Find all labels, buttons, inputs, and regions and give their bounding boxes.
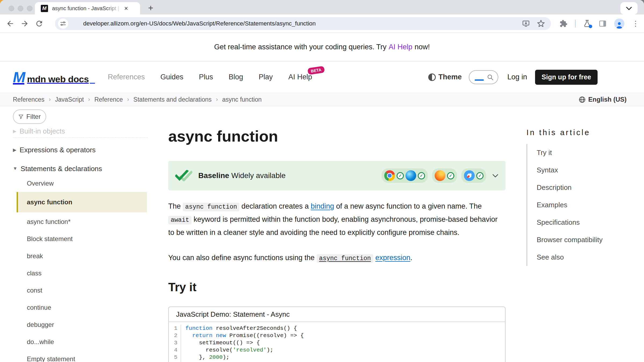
toc-link-try-it[interactable]: Try it [537,149,552,157]
chevron-down-icon [626,7,632,10]
edge-icon [405,170,416,181]
demo-title: JavaScript Demo: Statement - Async [169,307,505,322]
window-zoom-button[interactable] [27,6,32,11]
sidebar-item-continue[interactable]: continue [13,302,148,313]
toc-heading: In this article [526,128,639,137]
theme-toggle-button[interactable]: Theme [428,73,462,81]
table-of-contents: In this article Try it Syntax Descriptio… [526,106,639,266]
bookmark-button[interactable] [537,20,545,28]
url-text: developer.allizom.org/en-US/docs/Web/Jav… [83,20,316,27]
nav-references[interactable]: References [108,73,145,81]
sidebar-item-debugger[interactable]: debugger [13,319,148,330]
promo-text: now! [415,43,430,51]
breadcrumb-item[interactable]: References [13,96,45,103]
profile-avatar[interactable] [614,19,624,29]
toc-link-see-also[interactable]: See also [537,253,564,261]
article-main: async function Baseline Widely available… [168,106,506,362]
extensions-button[interactable] [559,20,568,28]
nav-guides[interactable]: Guides [160,73,184,81]
sidebar-item-async-function-star[interactable]: async function* [13,216,148,227]
forward-button[interactable] [20,19,29,28]
chrome-edge-support-pill: ✓ ✓ [382,168,428,183]
supported-check-icon: ✓ [397,172,404,179]
sidebar-item-block-statement[interactable]: Block statement [13,234,148,244]
mdn-favicon: M [41,5,48,12]
browser-toolbar: developer.allizom.org/en-US/docs/Web/Jav… [0,14,644,33]
promo-banner: Get real-time assistance with your codin… [0,33,644,61]
breadcrumb: References › JavaScript › Reference › St… [13,96,262,103]
sidebar-section-statements-declarations[interactable]: ▼ Statements & declarations [13,164,148,174]
chrome-icon [384,170,395,181]
expanded-triangle-icon: ▼ [13,166,17,171]
tab-close-icon[interactable]: ✕ [124,5,128,12]
mdn-logo[interactable]: M mdn web docs _ [13,70,95,85]
sidebar-item-const[interactable]: const [13,285,148,296]
browser-menu-button[interactable]: ⋮ [632,19,639,28]
window-close-button[interactable] [9,6,14,11]
signup-button[interactable]: Sign up for free [535,70,598,85]
supported-check-icon: ✓ [447,172,454,179]
nav-play[interactable]: Play [259,73,273,81]
baseline-expand-button[interactable] [492,174,499,178]
search-caret [475,79,484,81]
sidebar-section-expressions-operators[interactable]: ▶ Expressions & operators [13,145,148,155]
window-minimize-button[interactable] [18,6,23,11]
tab-search-button[interactable] [620,2,638,14]
safari-support-pill: ✓ [461,168,486,183]
browser-support-icons: ✓ ✓ ✓ ✓ [382,168,499,183]
search-input[interactable] [469,70,498,84]
toc-link-syntax[interactable]: Syntax [537,166,558,174]
nav-plus[interactable]: Plus [199,73,213,81]
sidebar-item-class[interactable]: class [13,268,148,279]
chrome-labs-button[interactable] [583,20,591,28]
back-button[interactable] [6,19,14,28]
ai-help-banner-link[interactable]: AI Help [389,43,412,51]
demo-code[interactable]: 1function resolveAfter2Seconds() {2 retu… [169,322,505,362]
back-arrow-icon [6,19,14,28]
sidebar-item-async-function[interactable]: async function [17,192,147,212]
search-icon [486,73,494,81]
toolbar-separator [575,20,576,28]
sidebar-item-overview[interactable]: Overview [13,178,148,189]
install-icon [522,20,530,28]
browser-tab[interactable]: M async function - JavaScript | ✕ [35,2,140,14]
intro-paragraph: The async function declaration creates a… [168,200,506,239]
breadcrumb-item[interactable]: Statements and declarations [133,96,212,103]
interactive-demo: JavaScript Demo: Statement - Async 1func… [168,306,506,362]
sidebar-item-break[interactable]: break [13,251,148,261]
url-bar[interactable]: developer.allizom.org/en-US/docs/Web/Jav… [55,17,551,30]
toc-list: Try it Syntax Description Examples Speci… [526,144,639,266]
code-line: 2 return new Promise((resolve) => { [169,332,505,339]
toc-link-description[interactable]: Description [537,183,572,192]
install-page-button[interactable] [522,20,530,28]
baseline-icon [175,170,192,181]
nav-blog[interactable]: Blog [229,73,243,81]
sidebar-divider [13,137,148,138]
new-tab-button[interactable]: + [148,3,153,13]
language-switcher[interactable]: English (US) [579,96,627,103]
toc-link-specifications[interactable]: Specifications [537,218,580,227]
breadcrumb-item[interactable]: JavaScript [55,96,84,103]
toc-link-examples[interactable]: Examples [537,201,567,209]
breadcrumb-current[interactable]: async function [222,96,262,103]
breadcrumb-bar: References › JavaScript › Reference › St… [0,93,644,106]
binding-link[interactable]: binding [311,202,334,210]
reload-button[interactable] [35,19,43,28]
primary-nav: References Guides Plus Blog Play AI Help… [108,73,312,81]
breadcrumb-item[interactable]: Reference [94,96,123,103]
sidebar-filter-button[interactable]: Filter [13,109,46,124]
header-actions: Theme Log in Sign up for free [428,70,598,85]
site-header: M mdn web docs _ References Guides Plus … [0,61,644,93]
sidebar-item-empty-statement[interactable]: Empty statement [13,354,148,362]
toc-link-browser-compatibility[interactable]: Browser compatibility [537,236,603,244]
site-info-button[interactable] [58,19,68,29]
sidebar-section-built-in-objects[interactable]: ▶ Built-in objects [13,126,148,136]
expression-link[interactable]: expression [375,254,411,262]
nav-ai-help[interactable]: AI HelpBETA [288,73,312,81]
side-panel-button[interactable] [599,20,607,28]
login-link[interactable]: Log in [507,73,527,81]
globe-icon [579,96,586,103]
collapsed-triangle-icon: ▶ [13,147,16,153]
sidebar-item-do-while[interactable]: do...while [13,337,148,347]
async-function-expression-link[interactable]: async function [317,254,373,262]
